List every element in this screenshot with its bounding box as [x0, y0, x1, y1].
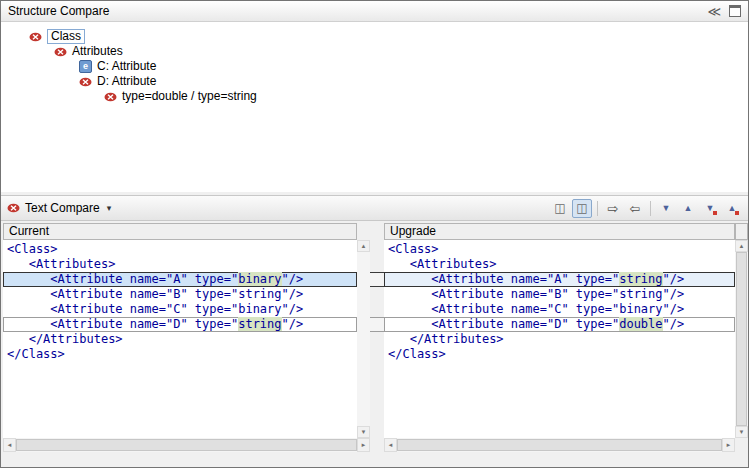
scroll-up-icon[interactable]: ▲	[735, 240, 748, 252]
code-line: <Attributes>	[384, 257, 735, 272]
tree-item-label: type=double / type=string	[122, 90, 257, 103]
code-line: </Class>	[3, 347, 357, 362]
scroll-up-icon[interactable]: ▲	[357, 240, 370, 252]
structure-compare-tree: Class Attributes e C: Attribute D: Attri…	[1, 22, 748, 192]
window-bottom-frame	[1, 452, 748, 467]
text-compare-title: Text Compare	[25, 201, 100, 215]
changed-token: string	[238, 317, 281, 331]
left-vertical-scrollbar[interactable]: ▲ ▼	[357, 240, 370, 438]
change-icon	[79, 77, 92, 87]
scrollbar-thumb[interactable]	[16, 439, 357, 451]
change-icon	[104, 92, 117, 102]
element-icon: e	[79, 60, 92, 73]
selected-diff-line[interactable]: <Attribute name="A" type="string"/>	[384, 272, 735, 287]
diff-line[interactable]: <Attribute name="D" type="double"/>	[384, 317, 735, 332]
diff-connector-gutter	[370, 240, 384, 438]
copy-change-left-icon[interactable]: ⇦	[625, 199, 645, 218]
scroll-left-icon[interactable]: ◄	[3, 438, 16, 452]
structure-header-toolbar: ≪	[707, 5, 741, 18]
code-line: <Class>	[3, 242, 357, 257]
scrollbar-thumb[interactable]	[397, 439, 722, 451]
scroll-left-icon[interactable]: ◄	[384, 438, 397, 452]
collapse-icon[interactable]: ≪	[707, 5, 721, 18]
code-line: </Class>	[384, 347, 735, 362]
code-line: </Attributes>	[384, 332, 735, 347]
tree-item-label: Attributes	[72, 45, 123, 58]
text-compare-toolbar: ◫ ◫ ⇨ ⇦ ▼ ▲ ▼ ▲	[550, 199, 742, 218]
code-line: <Attribute name="B" type="string"/>	[3, 287, 357, 302]
left-horizontal-scrollbar[interactable]: ◄ ►	[3, 438, 370, 452]
previous-change-icon[interactable]: ▲	[722, 199, 742, 218]
code-line: <Class>	[384, 242, 735, 257]
compare-editor-window: Structure Compare ≪ Class Attributes e C…	[0, 0, 749, 468]
diff-line[interactable]: <Attribute name="D" type="string"/>	[3, 317, 357, 332]
code-line: <Attribute name="C" type="binary"/>	[3, 302, 357, 317]
right-vertical-scrollbar[interactable]: ▲ ▼	[735, 240, 748, 438]
scroll-down-icon[interactable]: ▼	[735, 426, 748, 438]
scrollbar-corner	[735, 438, 748, 452]
chevron-down-icon[interactable]: ▾	[107, 203, 112, 213]
ancestor-pane-toggle-icon[interactable]: ◫	[572, 199, 592, 218]
scrollbar-thumb[interactable]	[736, 252, 747, 426]
two-pane-view-icon[interactable]: ◫	[550, 199, 570, 218]
header-corner	[735, 223, 748, 240]
text-compare-header: Text Compare ▾ ◫ ◫ ⇨ ⇦ ▼ ▲ ▼ ▲	[1, 195, 748, 221]
change-icon	[29, 32, 42, 42]
structure-compare-title: Structure Compare	[8, 4, 109, 18]
scroll-down-icon[interactable]: ▼	[357, 426, 370, 438]
scroll-right-icon[interactable]: ►	[357, 438, 370, 452]
tree-item-c-attribute[interactable]: e C: Attribute	[1, 59, 748, 74]
tree-item-type-change[interactable]: type=double / type=string	[1, 89, 748, 104]
code-line: <Attribute name="C" type="binary"/>	[384, 302, 735, 317]
tree-item-label: Class	[47, 29, 85, 44]
left-pane-header: Current	[3, 223, 357, 240]
structure-compare-header: Structure Compare ≪	[1, 1, 748, 22]
tree-item-d-attribute[interactable]: D: Attribute	[1, 74, 748, 89]
code-line: <Attributes>	[3, 257, 357, 272]
left-compare-pane[interactable]: <Class> <Attributes> <Attribute name="A"…	[3, 240, 357, 438]
right-pane-header: Upgrade	[384, 223, 735, 240]
tree-item-class[interactable]: Class	[1, 29, 748, 44]
code-line: <Attribute name="B" type="string"/>	[384, 287, 735, 302]
tree-item-attributes[interactable]: Attributes	[1, 44, 748, 59]
change-icon	[54, 47, 67, 57]
tree-item-label: C: Attribute	[97, 60, 156, 73]
next-change-icon[interactable]: ▼	[700, 199, 720, 218]
changed-token: binary	[238, 272, 281, 286]
tree-item-label: D: Attribute	[97, 75, 156, 88]
right-compare-pane[interactable]: <Class> <Attributes> <Attribute name="A"…	[384, 240, 735, 438]
toolbar-separator	[650, 201, 651, 216]
diff-connector-selected[interactable]	[370, 272, 384, 287]
change-icon	[7, 203, 20, 213]
selected-diff-line[interactable]: <Attribute name="A" type="binary"/>	[3, 272, 357, 287]
right-horizontal-scrollbar[interactable]: ◄ ►	[384, 438, 735, 452]
toolbar-separator	[597, 201, 598, 216]
next-difference-icon[interactable]: ▼	[656, 199, 676, 218]
diff-connector[interactable]	[370, 317, 384, 332]
maximize-icon[interactable]	[729, 5, 741, 17]
previous-difference-icon[interactable]: ▲	[678, 199, 698, 218]
code-line: </Attributes>	[3, 332, 357, 347]
changed-token: double	[619, 317, 662, 331]
changed-token: string	[619, 272, 662, 286]
copy-change-right-icon[interactable]: ⇨	[603, 199, 623, 218]
scroll-right-icon[interactable]: ►	[722, 438, 735, 452]
